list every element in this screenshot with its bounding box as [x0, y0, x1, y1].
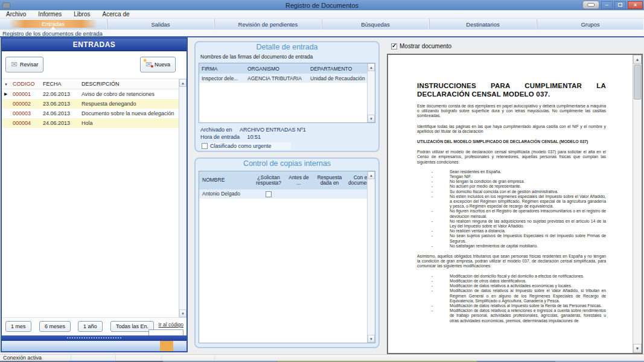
sort-desc-icon[interactable]: ▼ — [4, 83, 8, 86]
spark-icon: ✸ — [143, 57, 147, 65]
filter-1mes-button[interactable]: 1 mes — [5, 321, 31, 332]
scroll-up-icon[interactable]: ▲ — [179, 79, 187, 87]
menu-item-informes[interactable]: Informes — [32, 11, 68, 17]
copies-header-row: NOMBRE ¿Solicitan respuesta? Antes de ..… — [199, 171, 367, 189]
col-nombre[interactable]: NOMBRE — [199, 177, 252, 183]
signatures-header-row: FIRMA ORGANISMO DEPARTAMENTO — [199, 63, 367, 74]
revisar-button[interactable]: ✉ Revisar — [5, 57, 43, 72]
doc-bullet: Modificación de datos relativos al Impue… — [430, 303, 606, 308]
doc-bullet: Su domicilio fiscal coincida con el de g… — [430, 189, 606, 194]
document-paragraph: Identifique todas las páginas en las que… — [417, 124, 606, 134]
restore-button[interactable] — [614, 1, 626, 9]
table-row[interactable]: 000003 24.06.2013 Documento sobre la nue… — [2, 109, 179, 118]
doc-bullet: No sean sujetos pasivos de Impuestos Esp… — [430, 233, 606, 243]
col-organismo[interactable]: ORGANISMO — [247, 66, 310, 72]
tab-destinatarios[interactable]: Destinatarios — [429, 19, 537, 30]
tab-busquedas[interactable]: Búsquedas — [322, 19, 429, 30]
scroll-down-icon[interactable]: ▼ — [368, 115, 375, 122]
signatures-scrollbar[interactable]: ▲ ▼ — [367, 63, 375, 122]
snip-overlay-button[interactable] — [582, 1, 599, 9]
col-firma[interactable]: FIRMA — [202, 66, 247, 72]
col-antes-de[interactable]: Antes de ... — [285, 175, 313, 186]
show-document-checkbox[interactable] — [391, 43, 397, 49]
revisar-label: Revisar — [20, 62, 39, 68]
status-bar: Conexión activa — [0, 354, 644, 361]
scroll-thumb[interactable] — [634, 65, 641, 100]
respuesta-checkbox[interactable] — [266, 191, 272, 197]
signatures-table: FIRMA ORGANISMO DEPARTAMENTO Inspector d… — [199, 63, 375, 123]
snip-icon — [587, 3, 595, 7]
table-row[interactable]: Antonio Delgado — [199, 189, 367, 198]
menu-item-archivo[interactable]: Archivo — [0, 11, 32, 17]
document-heading: UTILIZACIÓN DEL MODELO SIMPLIFICADO DE D… — [417, 139, 606, 144]
doc-bullet: Modificación de datos relativos al Impue… — [430, 288, 606, 303]
filter-6meses-button[interactable]: 6 meses — [39, 321, 71, 332]
tab-grupos[interactable]: Grupos — [537, 19, 644, 30]
cell-fecha: 23.06.2013 — [43, 101, 81, 107]
scroll-up-icon[interactable]: ▲ — [368, 171, 375, 179]
col-fecha[interactable]: FECHA — [43, 81, 81, 87]
scroll-up-icon[interactable]: ▲ — [633, 55, 642, 64]
cell-descripcion: Respuesta denegando — [81, 101, 179, 107]
nueva-button[interactable]: ✉✸ Nueva — [140, 57, 176, 72]
col-con-documento[interactable]: Con el documento — [346, 175, 367, 186]
col-departamento[interactable]: DEPARTAMENTO — [310, 66, 367, 72]
show-document-label: Mostrar documento — [400, 43, 451, 49]
copies-panel-title: Control de copias internas — [196, 159, 378, 169]
goto-code-label[interactable]: Ir al código — [158, 322, 183, 328]
document-title: INSTRUCCIONES PARA CUMPLIMENTAR LA DECLA… — [417, 81, 606, 98]
archived-value: ARCHIVO ENTRADAS Nº1 — [240, 127, 306, 133]
document-paragraph: Podrán utilizar el modelo de declaración… — [417, 150, 606, 165]
breadcrumb: Registro de los documentos de entrada — [0, 30, 644, 37]
copies-panel: Control de copias internas NOMBRE ¿Solic… — [194, 157, 380, 348]
doc-bullet: Modificación de datos relativos a retenc… — [430, 308, 606, 323]
copies-scrollbar[interactable]: ▲ ▼ — [367, 171, 375, 343]
cell-nombre: Antonio Delgado — [199, 191, 252, 197]
doc-bullet: Tengan NIF. — [430, 174, 606, 179]
col-descripcion[interactable]: DESCRIPCIÓN — [81, 81, 179, 87]
tab-revision-pendientes[interactable]: Revisión de pendientes — [214, 19, 322, 30]
urgent-checkbox-row[interactable]: Clasificado como urgente — [200, 142, 291, 150]
entries-header-row[interactable]: ▼ CODIGO FECHA DESCRIPCIÓN — [2, 79, 179, 89]
minimize-button[interactable]: – — [601, 1, 613, 9]
cell-codigo: 000003 — [13, 110, 43, 116]
entries-scrollbar[interactable]: ▲ ▼ — [179, 79, 187, 317]
table-row[interactable]: Inspector dele... AGENCIA TRIBUTARIA Uni… — [199, 74, 367, 83]
col-solicitan[interactable]: ¿Solicitan respuesta? — [252, 175, 285, 186]
close-button[interactable]: ✕ — [628, 1, 643, 9]
tab-grupos-label: Grupos — [581, 21, 599, 28]
doc-bullet: Sean residentes en España. — [430, 170, 606, 174]
col-codigo[interactable]: CODIGO — [13, 81, 43, 87]
scroll-up-icon[interactable]: ▲ — [368, 63, 375, 71]
window-title: Registro de Documentos — [0, 2, 644, 9]
tab-entradas[interactable]: Entradas — [0, 19, 107, 30]
cell-codigo: 000004 — [13, 120, 43, 126]
cell-fecha: 24.06.2013 — [43, 120, 81, 126]
document-scrollbar[interactable]: ▲ ▼ — [633, 55, 642, 353]
signatures-label: Nombres de las firmas del documento de e… — [196, 52, 378, 61]
table-row[interactable]: 000004 24.06.2013 Hola — [2, 118, 179, 128]
scroll-down-icon[interactable]: ▼ — [179, 310, 187, 317]
cell-organismo: AGENCIA TRIBUTARIA — [247, 75, 310, 81]
scroll-down-icon[interactable]: ▼ — [633, 344, 642, 353]
orange-indicator — [160, 341, 173, 351]
menu-item-acerca-de[interactable]: Acerca de — [97, 11, 136, 17]
cell-fecha: 22.06.2013 — [43, 91, 81, 97]
menu-item-libros[interactable]: Libros — [68, 11, 96, 17]
doc-bullet: No realicen ninguna de las adquisiciones… — [430, 219, 606, 229]
entry-time-value: 10:51 — [247, 134, 261, 140]
tab-salidas[interactable]: Salidas — [107, 19, 214, 30]
table-row[interactable]: ▶ 000001 22.06.2013 Aviso de cobro de re… — [2, 89, 179, 99]
scroll-down-icon[interactable]: ▼ — [368, 335, 375, 343]
detail-info: Archivado en ARCHIVO ENTRADAS Nº1 Hora d… — [200, 125, 374, 150]
doc-bullet: No realicen ventas a distancia. — [430, 229, 606, 233]
show-document-row[interactable]: Mostrar documento — [391, 43, 451, 49]
splitter-handle[interactable] — [2, 335, 187, 341]
envelope-icon: ✉ — [11, 61, 18, 68]
col-respuesta[interactable]: Respuesta dada en — [313, 175, 346, 186]
urgent-checkbox[interactable] — [202, 143, 208, 149]
filter-1ano-button[interactable]: 1 año — [78, 321, 103, 332]
table-row[interactable]: 000002 23.06.2013 Respuesta denegando — [2, 99, 179, 109]
doc-bullet: No actúen por medio de representante. — [430, 184, 606, 189]
cell-codigo: 000002 — [13, 101, 43, 107]
